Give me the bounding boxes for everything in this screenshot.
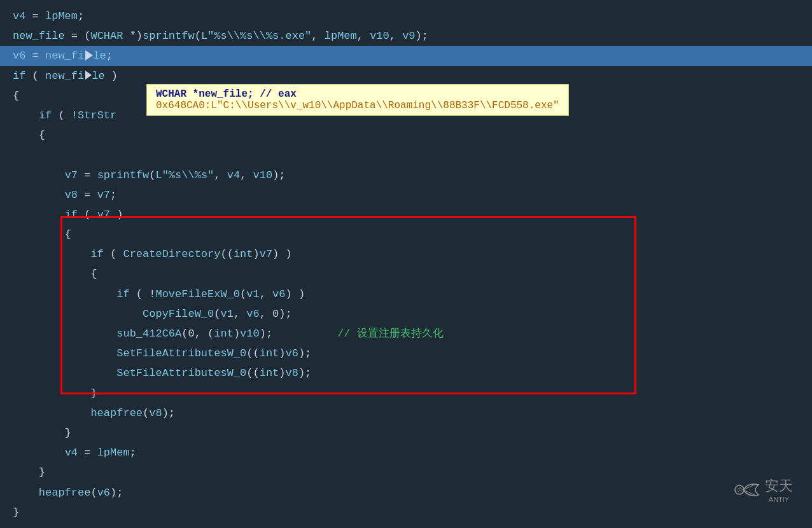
code-line-12: { (0, 225, 812, 244)
code-line-14: { (0, 264, 812, 284)
code-line-16: CopyFileW_0(v1, v6, 0); (0, 304, 812, 324)
watermark-text-en: ANTIY (765, 496, 793, 503)
code-line-3: v6 = new_file; (0, 46, 812, 66)
code-line-10: v8 = v7; (0, 185, 812, 205)
code-line-17: sub_412C6A(0, (int)v10); // 设置注册表持久化 (0, 324, 812, 344)
code-line-18: SetFileAttributesW_0((int)v6); (0, 344, 812, 363)
code-line-9: v7 = sprintfw(L"%s\\%s", v4, v10); (0, 165, 812, 185)
code-line-2: new_file = (WCHAR *)sprintfw(L"%s\\%s\\%… (0, 26, 812, 46)
code-line-1: v4 = lpMem; (0, 6, 812, 26)
code-line-20: } (0, 384, 812, 403)
code-line-25: heapfree(v6); (0, 483, 812, 503)
watermark-text-zh: 安天 (765, 476, 793, 496)
code-line-15: if ( !MoveFileExW_0(v1, v6) ) (0, 284, 812, 304)
code-line-7: { (0, 125, 812, 145)
code-line-24: } (0, 462, 812, 482)
code-line-4: if ( new_file ) (0, 66, 812, 86)
tooltip-line2: 0x648CA0:L"C:\\Users\\v_w10\\AppData\\Ro… (156, 100, 559, 111)
code-line-13: if ( CreateDirectory((int)v7) ) (0, 244, 812, 264)
code-area: v4 = lpMem; new_file = (WCHAR *)sprintfw… (0, 0, 812, 528)
code-line-26: } (0, 503, 812, 522)
tooltip-line1: WCHAR *new_file; // eax (156, 88, 559, 100)
code-line-22: } (0, 423, 812, 443)
tooltip-box: WCHAR *new_file; // eax 0x648CA0:L"C:\\U… (146, 84, 569, 116)
code-line-8 (0, 145, 812, 165)
watermark-icon: © (734, 478, 761, 501)
code-line-23: v4 = lpMem; (0, 443, 812, 462)
watermark: © 安天 ANTIY (734, 476, 793, 503)
code-line-11: if ( v7 ) (0, 205, 812, 225)
code-line-19: SetFileAttributesW_0((int)v8); (0, 363, 812, 383)
code-line-21: heapfree(v8); (0, 403, 812, 423)
svg-text:©: © (738, 487, 743, 494)
